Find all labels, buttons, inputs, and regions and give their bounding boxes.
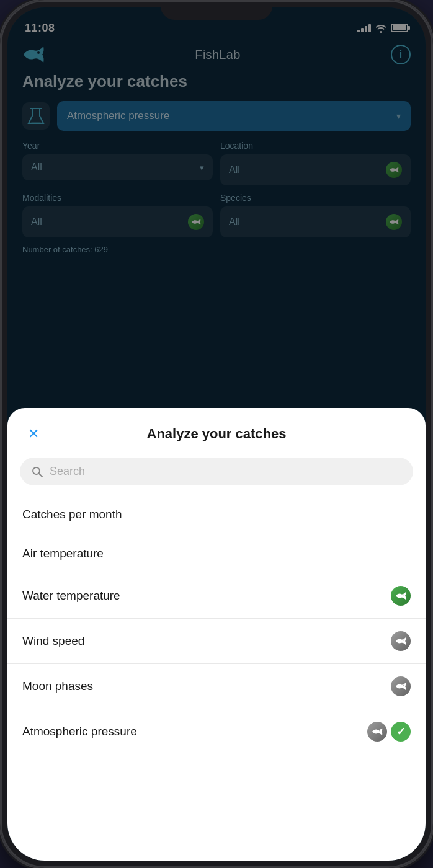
modal-title: Analyze your catches [45, 426, 411, 442]
list-item-label: Catches per month [22, 508, 122, 521]
list-item[interactable]: Moon phases [7, 664, 426, 709]
modal-header: ✕ Analyze your catches [7, 423, 426, 458]
fish-badge-icon [391, 676, 411, 696]
list-item-label: Wind speed [22, 634, 84, 648]
fish-badge-icon [391, 631, 411, 651]
svg-point-6 [379, 730, 380, 732]
svg-point-3 [403, 595, 404, 596]
phone-screen: 11:08 [7, 7, 426, 861]
svg-point-4 [403, 640, 404, 641]
close-button[interactable]: ✕ [22, 423, 45, 445]
list-item-label: Air temperature [22, 547, 104, 560]
home-indicator [173, 852, 260, 856]
checkmark-badge-icon: ✓ [391, 722, 411, 742]
list-items: Catches per month Air temperature Water … [7, 495, 426, 754]
notch [161, 0, 272, 20]
phone-frame: 11:08 [0, 0, 433, 868]
list-item-icons [391, 586, 411, 606]
search-placeholder: Search [50, 465, 85, 478]
svg-point-5 [403, 685, 404, 686]
list-item-icons: ✓ [367, 722, 411, 742]
list-item-label: Water temperature [22, 589, 120, 603]
list-item[interactable]: Air temperature [7, 534, 426, 574]
list-item-label: Atmospheric pressure [22, 725, 137, 738]
list-item-icons [391, 676, 411, 696]
fish-badge-icon [367, 722, 387, 742]
bottom-sheet-modal: ✕ Analyze your catches Search Catches pe… [7, 408, 426, 861]
search-icon [31, 466, 43, 478]
list-item[interactable]: Atmospheric pressure ✓ [7, 709, 426, 754]
list-item[interactable]: Water temperature [7, 574, 426, 619]
search-bar[interactable]: Search [20, 458, 413, 485]
list-item[interactable]: Catches per month [7, 495, 426, 534]
list-item-label: Moon phases [22, 680, 93, 693]
list-item[interactable]: Wind speed [7, 619, 426, 664]
list-item-icons [391, 631, 411, 651]
fish-badge-icon [391, 586, 411, 606]
